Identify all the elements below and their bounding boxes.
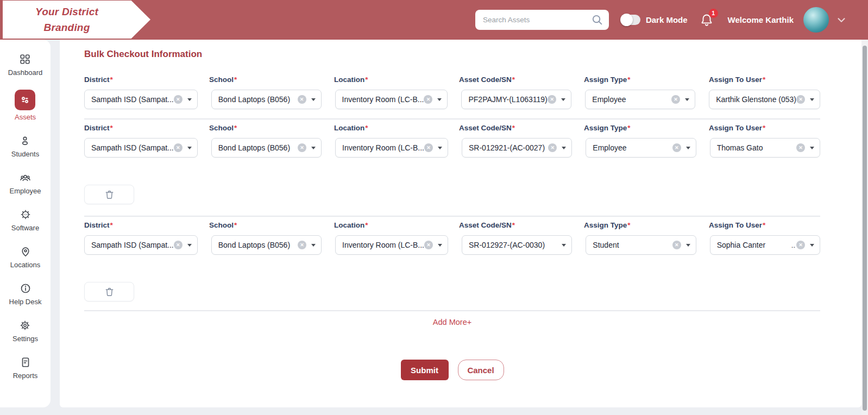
asset-code-select[interactable]: PF2PAJMY-(L1063119) ✕ — [461, 90, 571, 109]
bulk-checkout-panel: Bulk Checkout Information District* Scho… — [60, 40, 861, 407]
submit-button[interactable]: Submit — [401, 360, 449, 380]
sidebar-item-software[interactable]: </> Software — [11, 208, 39, 232]
caret-down-icon — [187, 98, 192, 101]
gear-icon — [19, 319, 31, 332]
asset-code-label: Asset Code/SN* — [459, 76, 570, 84]
school-label: School* — [209, 221, 320, 229]
assign-user-select[interactable]: Thomas Gato ✕ — [710, 138, 820, 158]
caret-down-icon — [438, 244, 442, 247]
clear-icon[interactable]: ✕ — [424, 95, 432, 104]
sidebar-item-help-desk[interactable]: Help Desk — [9, 282, 42, 306]
add-more-link[interactable]: Add More+ — [433, 318, 471, 326]
chevron-down-icon[interactable] — [835, 14, 847, 26]
clear-icon[interactable]: ✕ — [424, 241, 433, 249]
clear-icon[interactable]: ✕ — [671, 95, 680, 104]
sidebar-item-assets[interactable]: Assets — [15, 90, 36, 121]
asset-code-label: Asset Code/SN* — [459, 124, 570, 132]
clear-icon[interactable]: ✕ — [796, 241, 805, 249]
required-marker: * — [763, 76, 765, 84]
sidebar-item-locations[interactable]: Locations — [10, 245, 41, 269]
clear-icon[interactable]: ✕ — [298, 95, 306, 104]
asset-code-select[interactable]: SR-012921-(AC-0027) ✕ — [462, 138, 572, 158]
svg-text:</>: </> — [23, 213, 27, 216]
notification-bell[interactable]: 1 — [700, 13, 714, 27]
scrollbar-thumb[interactable] — [863, 46, 867, 411]
clear-icon[interactable]: ✕ — [424, 143, 433, 152]
required-marker: * — [365, 221, 368, 229]
required-marker: * — [627, 76, 630, 84]
delete-row-button[interactable] — [84, 282, 134, 301]
school-select[interactable]: Bond Laptops (B056) ✕ — [211, 90, 322, 109]
sliders-icon — [15, 90, 35, 110]
assign-type-label: Assign Type* — [584, 76, 695, 84]
sidebar-item-students[interactable]: Students — [11, 134, 39, 158]
dark-mode-label: Dark Mode — [646, 15, 688, 24]
assign-user-label: Assign To User* — [709, 124, 820, 132]
delete-row-button[interactable] — [84, 185, 134, 204]
sidebar-item-label: Students — [11, 150, 39, 158]
clear-icon[interactable]: ✕ — [298, 143, 306, 152]
clear-icon[interactable]: ✕ — [174, 95, 183, 104]
caret-down-icon — [562, 147, 566, 149]
asset-code-select[interactable]: SR-012927-(AC-0030) — [462, 235, 572, 255]
assign-user-select[interactable]: Karthik Glenstone (053) ✕ — [709, 90, 820, 109]
notification-badge: 1 — [709, 9, 718, 18]
search-input[interactable] — [475, 10, 609, 30]
assign-type-select[interactable]: Student ✕ — [586, 235, 696, 255]
caret-down-icon — [438, 147, 442, 149]
sidebar-item-label: Help Desk — [9, 298, 42, 306]
required-marker: * — [365, 76, 368, 84]
district-select[interactable]: Sampath ISD (Sampat... ✕ — [84, 138, 198, 158]
sidebar-item-employee[interactable]: Employee — [10, 171, 41, 195]
clear-icon[interactable]: ✕ — [548, 143, 557, 152]
required-marker: * — [512, 221, 515, 229]
caret-down-icon — [311, 244, 316, 247]
caret-down-icon — [686, 244, 690, 247]
district-label: District* — [84, 221, 196, 229]
sidebar-item-settings[interactable]: Settings — [12, 319, 38, 343]
required-marker: * — [512, 76, 515, 84]
sidebar-item-dashboard[interactable]: Dashboard — [8, 53, 43, 77]
search-assets — [475, 10, 609, 30]
assign-type-select[interactable]: Employee ✕ — [585, 90, 695, 109]
school-select[interactable]: Bond Laptops (B056) ✕ — [211, 138, 322, 158]
location-select[interactable]: Inventory Room (LC-B... ✕ — [335, 138, 448, 158]
clear-icon[interactable]: ✕ — [796, 95, 805, 104]
assign-type-select[interactable]: Employee ✕ — [586, 138, 696, 158]
cancel-button[interactable]: Cancel — [458, 360, 504, 380]
search-icon — [591, 14, 603, 26]
required-marker: * — [763, 221, 765, 229]
sidebar-nav: Dashboard Assets Students — [0, 40, 51, 407]
required-marker: * — [110, 124, 113, 132]
trash-icon — [104, 189, 115, 200]
location-select[interactable]: Inventory Room (LC-B... ✕ — [335, 235, 448, 255]
brand-line-2: Branding — [44, 20, 90, 35]
required-marker: * — [627, 221, 630, 229]
caret-down-icon — [311, 147, 316, 149]
location-select[interactable]: Inventory Room (LC-B... ✕ — [335, 90, 448, 109]
clear-icon[interactable]: ✕ — [672, 241, 681, 249]
clear-icon[interactable]: ✕ — [796, 143, 805, 152]
clear-icon[interactable]: ✕ — [174, 241, 183, 249]
school-select[interactable]: Bond Laptops (B056) ✕ — [211, 235, 322, 255]
info-icon — [20, 282, 32, 295]
assign-user-select[interactable]: Sophia Canter .. ✕ — [710, 235, 820, 255]
toggle-knob — [620, 14, 633, 26]
person-icon — [19, 134, 31, 147]
clear-icon[interactable]: ✕ — [174, 143, 183, 152]
clear-icon[interactable]: ✕ — [548, 95, 556, 104]
clear-icon[interactable]: ✕ — [672, 143, 681, 152]
vertical-scrollbar — [861, 40, 868, 415]
district-label: District* — [84, 76, 196, 84]
user-avatar[interactable] — [803, 7, 829, 33]
district-select[interactable]: Sampath ISD (Sampat... ✕ — [84, 235, 198, 255]
caret-down-icon — [562, 244, 566, 247]
sidebar-item-label: Assets — [15, 113, 36, 121]
assign-type-label: Assign Type* — [584, 124, 695, 132]
clear-icon[interactable]: ✕ — [298, 241, 306, 249]
sidebar-item-label: Locations — [10, 261, 41, 269]
sidebar-item-reports[interactable]: Reports — [13, 356, 38, 380]
district-select[interactable]: Sampath ISD (Sampat... ✕ — [84, 90, 198, 109]
caret-down-icon — [810, 244, 814, 247]
dark-mode-toggle[interactable] — [621, 15, 640, 25]
